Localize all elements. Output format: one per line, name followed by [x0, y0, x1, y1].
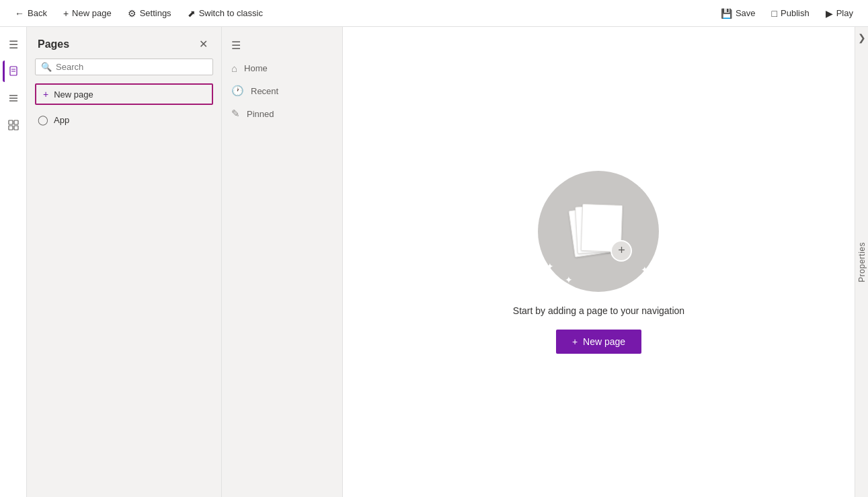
nav-icon [8, 93, 19, 104]
save-button[interactable]: 💾 Save [714, 5, 762, 22]
svg-rect-6 [9, 120, 13, 124]
pages-panel-header: Pages ✕ [27, 27, 221, 59]
back-icon: ← [15, 8, 24, 19]
publish-icon: □ [772, 8, 777, 19]
settings-button[interactable]: ⚙ Settings [121, 5, 178, 22]
add-circle-icon: + [610, 240, 632, 262]
play-icon: ▶ [826, 8, 833, 19]
topbar-right: 💾 Save □ Publish ▶ Play [714, 5, 860, 22]
topbar: ← Back + New page ⚙ Settings ⬈ Switch to… [0, 0, 868, 27]
components-icon [8, 120, 19, 130]
empty-state-text: Start by adding a page to your navigatio… [513, 305, 684, 316]
back-button[interactable]: ← Back [8, 5, 54, 22]
topbar-left: ← Back + New page ⚙ Settings ⬈ Switch to… [8, 5, 711, 22]
nav-item-recent[interactable]: 🕐 Recent [222, 79, 342, 102]
nav-hamburger-icon: ☰ [222, 34, 342, 57]
main-canvas: ✦ ✦ ✦ ✦ ✦ + Start by adding a page to yo… [343, 27, 855, 497]
pages-stack: + [568, 204, 629, 258]
page-item-app[interactable]: ◯ App [27, 110, 221, 129]
pages-panel: Pages ✕ 🔍 + New page ◯ App [27, 27, 222, 497]
nav-item-pinned[interactable]: ✎ Pinned [222, 102, 342, 125]
sidebar-nav-button[interactable] [3, 87, 24, 109]
nav-panel: ☰ ⌂ Home 🕐 Recent ✎ Pinned [222, 27, 343, 497]
new-page-plus-icon: + [43, 89, 48, 100]
close-pages-button[interactable]: ✕ [196, 35, 210, 53]
home-icon: ⌂ [231, 63, 237, 74]
app-page-icon: ◯ [38, 114, 48, 125]
sparkle-4: ✦ [641, 264, 649, 275]
sidebar-menu-button[interactable]: ☰ [3, 34, 24, 55]
sparkle-3: ✦ [546, 261, 554, 272]
pages-icon [9, 66, 19, 77]
sparkle-2: ✦ [637, 181, 645, 192]
svg-rect-7 [14, 120, 18, 124]
recent-icon: 🕐 [231, 85, 244, 97]
empty-icon-circle: ✦ ✦ ✦ ✦ ✦ + [538, 171, 659, 292]
switch-icon: ⬈ [188, 8, 196, 19]
plus-icon: + [63, 8, 69, 19]
sparkle-5: ✦ [565, 274, 573, 285]
new-page-canvas-button[interactable]: + New page [556, 330, 641, 354]
pages-title: Pages [38, 38, 69, 50]
search-box: 🔍 [35, 59, 213, 75]
search-icon: 🔍 [41, 62, 52, 72]
play-button[interactable]: ▶ Play [819, 5, 860, 22]
right-properties-panel: ❯ Properties [855, 27, 868, 497]
svg-rect-8 [9, 126, 13, 130]
empty-state: ✦ ✦ ✦ ✦ ✦ + Start by adding a page to yo… [513, 171, 684, 354]
sidebar-pages-button[interactable] [3, 61, 24, 82]
new-page-btn-plus-icon: + [572, 336, 578, 347]
new-page-topbar-button[interactable]: + New page [56, 5, 118, 22]
properties-label: Properties [857, 242, 867, 282]
nav-item-home[interactable]: ⌂ Home [222, 57, 342, 79]
icon-sidebar: ☰ [0, 27, 27, 497]
pinned-icon: ✎ [231, 108, 240, 120]
sidebar-components-button[interactable] [3, 114, 24, 136]
new-page-row-button[interactable]: + New page [35, 83, 213, 105]
save-icon: 💾 [721, 8, 732, 19]
svg-rect-9 [14, 126, 18, 130]
settings-icon: ⚙ [128, 8, 136, 19]
publish-button[interactable]: □ Publish [765, 5, 816, 22]
main-layout: ☰ Pages ✕ [0, 27, 868, 497]
collapse-right-button[interactable]: ❯ [858, 32, 866, 43]
sparkle-1: ✦ [548, 181, 556, 192]
switch-classic-button[interactable]: ⬈ Switch to classic [181, 5, 270, 22]
search-input[interactable] [56, 62, 207, 72]
